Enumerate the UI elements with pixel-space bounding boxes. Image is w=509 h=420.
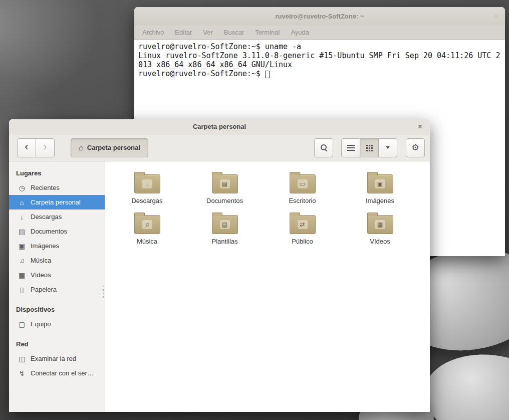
breadcrumb-label: Carpeta personal [87,144,140,151]
sidebar-section-header-lugares: Lugares [9,165,105,180]
close-icon[interactable]: × [494,13,498,21]
terminal-titlebar[interactable]: ruvelro@ruvelro-SoftZone: ~ × [134,7,505,26]
public-emblem-icon: ⇄ [298,220,308,229]
sidebar-item-equipo[interactable]: ▢Equipo [9,317,105,331]
back-button[interactable]: ‹ [17,138,36,157]
folder-icon: ↓ [134,174,160,193]
sidebar-item-label: Recientes [31,184,60,191]
search-icon [320,144,328,151]
nav-button-group: ‹ › [17,138,55,157]
folder-label: Público [292,238,313,245]
forward-button[interactable]: › [36,138,55,157]
sidebar: Lugares◷Recientes⌂Carpeta personal↓Desca… [9,161,105,412]
sidebar-item-label: Documentos [31,228,67,235]
menu-terminal[interactable]: Terminal [255,29,280,36]
sidebar-item-label: Música [31,257,51,264]
folder-item-publico[interactable]: ⇄Público [264,209,341,250]
terminal-line: ruvelro@ruvelro-SoftZone:~$ uname -a [138,42,501,51]
menu-editar[interactable]: Editar [175,29,192,36]
sidebar-item-label: Vídeos [31,271,51,279]
folder-icon: ▤ [212,174,238,193]
close-icon[interactable]: × [418,123,422,131]
menu-ver[interactable]: Ver [203,29,213,36]
search-button[interactable] [314,138,333,157]
sidebar-item-label: Examinar la red [31,355,76,362]
folder-item-plantillas[interactable]: ▤Plantillas [186,209,264,250]
clock-icon: ◷ [18,184,26,192]
sidebar-item-musica[interactable]: ♫Música [9,253,105,268]
sidebar-item-label: Conectar con el ser… [31,369,94,377]
menu-buscar[interactable]: Buscar [224,29,244,36]
folder-label: Escritorio [289,197,316,204]
computer-icon: ▢ [18,320,26,328]
files-titlebar[interactable]: Carpeta personal × [9,119,430,134]
folder-item-escritorio[interactable]: ▭Escritorio [264,168,341,209]
folder-label: Plantillas [211,238,237,245]
folder-grid: ↓Descargas▤Documentos▭Escritorio▣Imágene… [105,161,430,412]
view-grid-button[interactable] [360,138,379,157]
folder-icon: ▤ [212,215,238,234]
download-icon: ↓ [18,213,26,221]
sidebar-item-recientes[interactable]: ◷Recientes [9,180,105,195]
sidebar-item-label: Descargas [31,213,62,221]
sidebar-section-header-dispositivos: Dispositivos [9,302,105,317]
folder-icon: ♫ [134,215,160,234]
view-options-button[interactable] [378,138,397,157]
chevron-down-icon [386,146,390,149]
view-list-button[interactable] [341,138,360,157]
film-icon: ▦ [18,271,26,279]
trash-icon: ▯ [18,286,26,294]
files-window-title: Carpeta personal [193,123,246,130]
desktop-emblem-icon: ▭ [298,179,308,188]
camera-emblem-icon: ▣ [375,179,385,188]
server-connect-icon: ↯ [18,369,26,377]
sidebar-item-label: Imágenes [31,242,59,250]
view-toggle-group [341,138,397,157]
document-emblem-icon: ▤ [220,179,230,188]
folder-item-imagenes[interactable]: ▣Imágenes [341,168,419,209]
folder-item-videos[interactable]: ▦Vídeos [341,209,419,250]
sidebar-item-label: Carpeta personal [31,198,81,206]
folder-icon: ▭ [290,174,316,193]
folder-icon: ▦ [367,215,393,234]
terminal-line: ruvelro@ruvelro-SoftZone:~$ [138,69,501,78]
terminal-cursor [265,71,270,78]
pane-resize-handle[interactable] [102,285,104,298]
sidebar-item-descargas[interactable]: ↓Descargas [9,209,105,224]
sidebar-item-examinar-la-red[interactable]: ◫Examinar la red [9,351,105,366]
gear-icon: ⚙ [411,143,419,152]
terminal-window-title: ruvelro@ruvelro-SoftZone: ~ [275,13,364,20]
folder-item-descargas[interactable]: ↓Descargas [108,168,186,209]
grid-view-icon [366,144,373,151]
sidebar-item-papelera[interactable]: ▯Papelera [9,282,105,297]
sidebar-item-videos[interactable]: ▦Vídeos [9,268,105,282]
menu-archivo[interactable]: Archivo [142,29,164,36]
sidebar-item-label: Papelera [31,286,57,293]
forward-icon: › [43,141,47,154]
sidebar-item-carpeta-personal[interactable]: ⌂Carpeta personal [9,195,105,209]
terminal-menubar: ArchivoEditarVerBuscarTerminalAyuda [134,26,505,40]
folder-label: Vídeos [370,238,390,245]
document-icon: ▤ [18,228,26,236]
sidebar-item-conectar-con-el-ser[interactable]: ↯Conectar con el ser… [9,366,105,380]
download-emblem-icon: ↓ [142,179,152,188]
files-toolbar: ‹ › ⌂ Carpeta personal [9,134,430,161]
menu-ayuda[interactable]: Ayuda [291,29,309,36]
sidebar-item-imagenes[interactable]: ▣Imágenes [9,239,105,253]
back-icon: ‹ [25,141,28,154]
folder-item-documentos[interactable]: ▤Documentos [186,168,264,209]
sidebar-item-documentos[interactable]: ▤Documentos [9,224,105,239]
wallpaper-pebble [420,348,509,420]
camera-icon: ▣ [18,242,26,250]
sidebar-item-label: Equipo [31,320,51,328]
folder-label: Documentos [206,197,243,204]
breadcrumb[interactable]: ⌂ Carpeta personal [71,138,148,157]
terminal-line: Linux ruvelro-SoftZone 3.11.0-8-generic … [138,51,501,60]
video-emblem-icon: ▦ [375,220,385,229]
terminal-line: 013 x86_64 x86_64 x86_64 GNU/Linux [138,60,501,69]
file-manager-window: Carpeta personal × ‹ › ⌂ Carpeta persona… [9,119,430,412]
settings-button[interactable]: ⚙ [406,138,425,157]
list-view-icon [347,145,355,151]
files-body: Lugares◷Recientes⌂Carpeta personal↓Desca… [9,161,430,412]
folder-item-musica[interactable]: ♫Música [108,209,186,250]
